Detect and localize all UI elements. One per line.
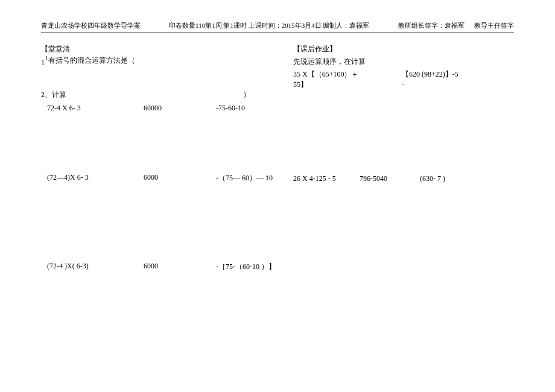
q2-label: 2、计算 xyxy=(41,90,66,99)
homework-row-2: 26 X 4-125 - 5 796-5040 (630- 7 ) xyxy=(288,174,514,183)
calc-row-1: 72-4 X 6- 3 60000 -75-60-10 xyxy=(41,104,288,113)
worksheet-page: 青龙山农场学校四年级数学导学案 印卷数量110第1周 第1课时 上课时间：201… xyxy=(0,0,555,272)
hw-r1-item1-line1: 35 X【（65+100）＋ xyxy=(293,69,402,80)
hw-r1-item2-line1: 【620 (98+22)】-5 xyxy=(402,69,510,80)
hw-r1-item1-line2: 55】 xyxy=(293,80,402,90)
homework-title: 【课后作业】 xyxy=(293,44,514,54)
calc-r3-c3: -［75-（60-10 ）】 xyxy=(216,262,288,272)
calc-row-2: (72—4)X 6- 3 6000 -（75— 60）— 10 xyxy=(41,173,288,183)
left-column: 【堂堂清 1 1 有括号的混合运算方法是（ 2、计算 ） 72-4 X 6- 3… xyxy=(41,44,288,272)
classwork-title: 【堂堂清 xyxy=(41,44,288,54)
question-2: 2、计算 ） xyxy=(41,90,288,100)
hw-r2-item1: 26 X 4-125 - 5 xyxy=(293,174,360,183)
q1-superscript: 1 xyxy=(45,54,48,62)
question-1: 1 1 有括号的混合运算方法是（ xyxy=(41,55,288,66)
calc-r1-c2: 60000 xyxy=(144,104,216,113)
hw-r1-item1: 35 X【（65+100）＋ 55】 xyxy=(293,69,402,90)
right-column: 【课后作业】 先说运算顺序，在计算 35 X【（65+100）＋ 55】 【62… xyxy=(288,44,514,272)
hw-r1-item2: 【620 (98+22)】-5 - xyxy=(402,69,510,90)
calc-r2-c2: 6000 xyxy=(144,173,216,183)
header-sig2: 教导主任签字 xyxy=(474,22,514,29)
page-header: 青龙山农场学校四年级数学导学案 印卷数量110第1周 第1课时 上课时间：201… xyxy=(41,21,514,33)
hw-r1-item2-line2: - xyxy=(402,80,510,89)
homework-row-1: 35 X【（65+100）＋ 55】 【620 (98+22)】-5 - xyxy=(288,69,514,90)
hw-r2-item3: (630- 7 ) xyxy=(420,174,480,183)
calc-r1-c3: -75-60-10 xyxy=(216,104,288,113)
calc-row-3: (72-4 )X( 6-3) 6000 -［75-（60-10 ）】 xyxy=(41,262,288,272)
calc-r3-c2: 6000 xyxy=(144,262,216,272)
content-area: 【堂堂清 1 1 有括号的混合运算方法是（ 2、计算 ） 72-4 X 6- 3… xyxy=(41,44,514,272)
calc-r2-c3: -（75— 60）— 10 xyxy=(216,173,288,183)
header-signatures: 教研组长签字：袁福军 教导主任签字 xyxy=(398,21,515,30)
header-school: 青龙山农场学校四年级数学导学案 xyxy=(41,21,141,30)
calc-r1-c1: 72-4 X 6- 3 xyxy=(47,104,144,113)
calc-r3-c1: (72-4 )X( 6-3) xyxy=(47,262,144,272)
calc-r2-c1: (72—4)X 6- 3 xyxy=(47,173,144,183)
header-meta: 印卷数量110第1周 第1课时 上课时间：2015年3月4日 编制人：袁福军 xyxy=(169,21,369,30)
paren-close: ） xyxy=(243,90,250,99)
homework-subtitle: 先说运算顺序，在计算 xyxy=(293,57,514,67)
q1-text: 有括号的混合运算方法是（ xyxy=(48,55,135,66)
header-sig1: 教研组长签字：袁福军 xyxy=(398,22,465,29)
hw-r2-item2: 796-5040 xyxy=(360,174,420,183)
